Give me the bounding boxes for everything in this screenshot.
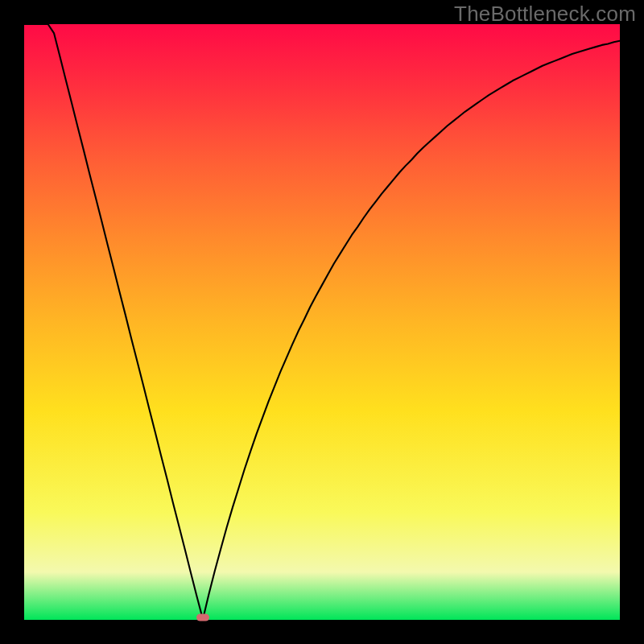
bottleneck-curve [24, 24, 620, 620]
minimum-marker [196, 614, 209, 621]
watermark-text: TheBottleneck.com [454, 2, 636, 27]
chart-plot-area [24, 24, 620, 620]
